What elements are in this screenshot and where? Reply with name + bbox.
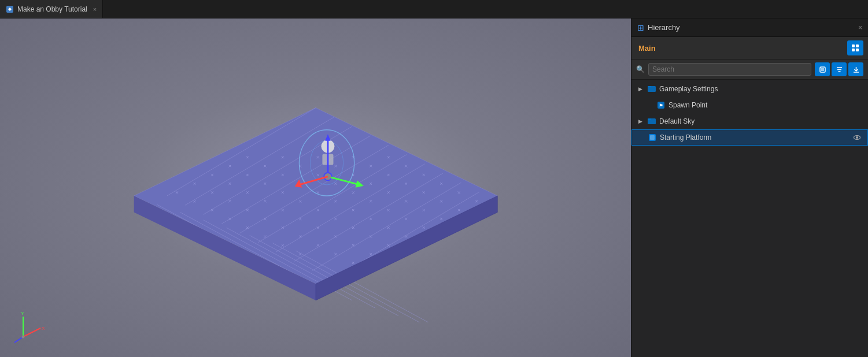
insert-button[interactable] [847,40,863,55]
download-button[interactable] [848,62,863,76]
search-input[interactable] [648,63,811,76]
svg-point-227 [856,120,859,122]
svg-marker-1 [134,108,497,284]
search-icon: 🔍 [636,65,645,73]
platform-svg [113,91,518,322]
gameplay-settings-label: Gameplay Settings [659,85,849,93]
filter-buttons [815,62,863,76]
panel-close-button[interactable]: × [858,24,862,32]
platform-container [113,91,518,322]
svg-point-206 [22,336,25,339]
hierarchy-panel: ⊞ Hierarchy × Main 🔍 [631,18,868,357]
default-sky-label: Default Sky [659,117,849,125]
main-content: X Y ⊞ Hierarchy × Main [0,18,868,357]
panel-header: ⊞ Hierarchy × [631,18,868,37]
tree-item-starting-platform[interactable]: ▶ Starting Platform [631,129,868,146]
panel-toolbar: Main [631,37,868,60]
tab-icon [6,5,14,13]
filter-icon [836,66,843,73]
top-tab-bar: Make an Obby Tutorial × [0,0,868,18]
svg-rect-209 [852,49,855,51]
main-label: Main [636,44,845,53]
svg-text:X: X [42,326,45,331]
part-icon [647,132,658,143]
svg-point-231 [856,136,858,139]
viewport[interactable]: X Y [0,18,631,357]
svg-rect-210 [856,49,859,51]
spawn-icon: ⚑ [656,100,666,110]
spawn-point-label: Spawn Point [668,101,849,109]
tree-item-gameplay-settings[interactable]: ▶ Gameplay Settings [631,81,868,97]
starting-platform-eye[interactable] [851,132,863,143]
download-icon [852,66,860,73]
tree-arrow-default-sky: ▶ [636,117,644,125]
svg-rect-208 [856,44,859,47]
svg-text:⚑: ⚑ [659,103,663,109]
tree-item-default-sky[interactable]: ▶ Default Sky [631,113,868,129]
tab-close-button[interactable]: × [93,6,97,13]
svg-point-220 [856,88,859,90]
svg-rect-207 [852,44,855,47]
tree-arrow-gameplay-settings: ▶ [636,85,644,93]
filter-cube-button[interactable] [815,62,830,76]
svg-rect-212 [821,68,824,71]
scene: X Y [0,18,631,357]
tree-container: ▶ Gameplay Settings ▶ [631,80,868,357]
svg-text:Y: Y [21,311,24,316]
svg-line-201 [23,328,40,337]
starting-platform-label: Starting Platform [660,133,849,142]
svg-line-205 [14,337,23,343]
folder-icon-sky [647,116,657,127]
svg-rect-229 [650,135,655,140]
tree-item-spawn-point[interactable]: ▶ ⚑ Spawn Point [631,97,868,113]
hierarchy-icon: ⊞ [637,23,644,32]
search-bar: 🔍 [631,60,868,80]
tab-label: Make an Obby Tutorial [17,5,87,13]
folder-icon-gameplay [647,84,657,94]
svg-point-224 [856,104,859,106]
cube-icon [819,66,826,73]
panel-title: Hierarchy [648,23,855,32]
insert-icon [851,44,859,52]
main-tab[interactable]: Make an Obby Tutorial × [0,0,103,18]
axis-indicator: X Y [12,311,46,345]
filter-lines-button[interactable] [832,62,847,76]
